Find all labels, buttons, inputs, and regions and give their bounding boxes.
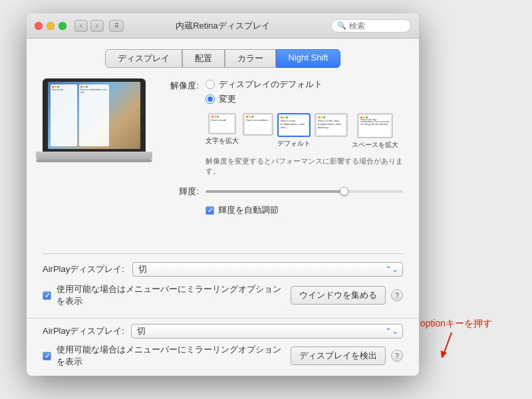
mirror-checkbox-1[interactable]: ✓ xyxy=(43,291,51,300)
slider-container xyxy=(205,190,403,193)
nav-buttons: ‹ › xyxy=(74,20,104,32)
mirror-label-1: 使用可能な場合はメニューバーにミラーリングオプションを表示 xyxy=(57,283,285,307)
res-thumb-2[interactable]: Here's to troublem... xyxy=(243,113,273,150)
t4-dots xyxy=(318,116,344,118)
back-button[interactable]: ‹ xyxy=(74,20,88,32)
airplay-select-2[interactable]: 切 ⌃⌄ xyxy=(131,324,403,338)
select-arrow-1: ⌃⌄ xyxy=(385,265,398,274)
search-input[interactable] xyxy=(349,21,409,31)
radio-group: ディスプレイのデフォルト 変更 xyxy=(205,78,323,105)
titlebar: ‹ › ⠿ 内蔵Retinaディスプレイ 🔍 xyxy=(27,13,419,39)
resolution-thumbs: Here's troubl 文字を拡大 xyxy=(205,113,403,150)
t2-dot-r xyxy=(246,116,248,118)
sw-text-2: Here's to troublemakers. ones who... xyxy=(80,88,108,94)
t3-dot-r xyxy=(281,116,283,118)
t4-dot-r xyxy=(318,116,320,118)
thumb-box-1[interactable]: Here's troubl xyxy=(208,113,236,134)
airplay-select-1[interactable]: 切 ⌃⌄ xyxy=(132,262,403,277)
airplay-row-2: AirPlayディスプレイ: 切 ⌃⌄ xyxy=(27,318,419,341)
t1-dots xyxy=(211,116,233,118)
settings-panel: 解像度: ディスプレイのデフォルト 変更 xyxy=(162,78,403,253)
resolution-label: 解像度: xyxy=(162,80,199,92)
mirror-row-1: ✓ 使用可能な場合はメニューバーにミラーリングオプションを表示 ウインドウを集め… xyxy=(43,283,403,307)
t5-text: Here's to the ones troublemakers. The nu… xyxy=(360,119,390,127)
help-button-1[interactable]: ? xyxy=(391,289,403,301)
forward-button[interactable]: › xyxy=(90,20,104,32)
thumb-inner-4: Here's to the ones. troublemakers rules.… xyxy=(317,116,345,135)
sw-dot-y-2 xyxy=(83,86,85,88)
res-thumb-5[interactable]: Here's to the ones troublemakers. The nu… xyxy=(352,113,398,150)
arrow-container xyxy=(420,332,492,359)
tab-display[interactable]: ディスプレイ xyxy=(105,49,182,68)
radio-default-input[interactable] xyxy=(205,80,215,89)
sw-dot-r-2 xyxy=(80,86,82,88)
window-title: 内蔵Retinaディスプレイ xyxy=(176,20,270,32)
radio-change-input[interactable] xyxy=(205,94,215,104)
res-thumb-3[interactable]: Here's to the troublemakers. ones who...… xyxy=(277,113,311,150)
res-thumb-1[interactable]: Here's troubl 文字を拡大 xyxy=(205,113,239,150)
grid-icon: ⠿ xyxy=(114,23,119,29)
display-section: Here's troubl... Here's to troublemakers… xyxy=(43,78,403,253)
thumb-box-2[interactable]: Here's to troublem... xyxy=(243,113,273,136)
search-icon: 🔍 xyxy=(337,21,346,30)
res-thumb-4[interactable]: Here's to the ones. troublemakers rules.… xyxy=(315,113,348,150)
tab-bar: ディスプレイ 配置 カラー Night Shift xyxy=(43,49,403,68)
t4-dot-g xyxy=(323,116,325,118)
auto-brightness-label: 輝度を自動調節 xyxy=(218,204,279,216)
screen-windows: Here's troubl... Here's to troublemakers… xyxy=(51,84,138,146)
resolution-row: 解像度: ディスプレイのデフォルト 変更 xyxy=(162,78,403,105)
radio-default[interactable]: ディスプレイのデフォルト xyxy=(205,78,323,90)
t3-dot-g xyxy=(286,116,288,118)
radio-change-label: 変更 xyxy=(219,93,236,105)
brightness-slider[interactable] xyxy=(205,190,403,193)
resolution-note: 解像度を変更するとパフォーマンスに影響する場合があります。 xyxy=(205,156,403,176)
thumb-label-5: スペースを拡大 xyxy=(352,140,398,150)
thumb-box-3[interactable]: Here's to the troublemakers. ones who... xyxy=(277,113,311,137)
thumb-label-3: デフォルト xyxy=(277,139,311,148)
t2-dot-g xyxy=(251,116,253,118)
thumb-inner-5: Here's to the ones troublemakers. The nu… xyxy=(360,116,390,136)
auto-brightness-row: ✓ 輝度を自動調節 xyxy=(205,204,403,216)
macbook-base xyxy=(36,152,152,160)
close-button[interactable] xyxy=(35,22,43,30)
gather-windows-button[interactable]: ウインドウを集める xyxy=(291,286,386,305)
t4-dot-y xyxy=(321,116,323,118)
grid-button[interactable]: ⠿ xyxy=(109,20,124,32)
airplay-label-1: AirPlayディスプレイ: xyxy=(43,263,124,275)
thumb-inner-2: Here's to troublem... xyxy=(245,115,271,134)
t1-dot-r xyxy=(211,116,213,118)
t3-text: Here's to the troublemakers. ones who... xyxy=(281,119,307,130)
detect-displays-button[interactable]: ディスプレイを検出 xyxy=(291,346,386,365)
mirror-check-2: ✓ xyxy=(45,352,50,360)
tab-arrangement[interactable]: 配置 xyxy=(182,49,225,68)
bottom-section: AirPlayディスプレイ: 切 ⌃⌄ ✓ 使用可能な場合はメニューバーにミラー… xyxy=(43,253,403,307)
select-arrow-2: ⌃⌄ xyxy=(385,327,398,336)
thumb-inner-3: Here's to the troublemakers. ones who... xyxy=(280,116,308,135)
search-bar[interactable]: 🔍 xyxy=(331,19,411,33)
maximize-button[interactable] xyxy=(59,22,66,30)
sw-text-1: Here's troubl... xyxy=(52,88,76,91)
radio-change[interactable]: 変更 xyxy=(205,93,323,105)
sw-dot-g xyxy=(57,86,59,88)
sw-dots-2 xyxy=(80,86,108,88)
brightness-row: 輝度: xyxy=(162,186,403,198)
sw-dot-g-2 xyxy=(86,86,88,88)
mirror-checkbox-2[interactable]: ✓ xyxy=(43,352,51,360)
t3-dots xyxy=(281,116,307,118)
screen-win-2: Here's to troublemakers. ones who... xyxy=(79,84,109,146)
macbook-screen: Here's troubl... Here's to troublemakers… xyxy=(48,82,140,149)
macbook-foot xyxy=(36,160,152,162)
airplay-value-1: 切 xyxy=(138,263,147,275)
t1-dot-g xyxy=(217,116,219,118)
thumb-box-5[interactable]: Here's to the ones troublemakers. The nu… xyxy=(357,113,393,138)
thumb-box-4[interactable]: Here's to the ones. troublemakers rules.… xyxy=(315,113,348,137)
arrow-line xyxy=(442,332,452,358)
thumb-inner-1: Here's troubl xyxy=(211,115,234,132)
auto-brightness-checkbox[interactable]: ✓ xyxy=(205,206,214,215)
minimize-button[interactable] xyxy=(47,22,55,30)
radio-default-label: ディスプレイのデフォルト xyxy=(219,78,323,90)
help-button-2[interactable]: ? xyxy=(391,350,403,362)
screen-win-1: Here's troubl... xyxy=(51,84,77,146)
tab-color[interactable]: カラー xyxy=(225,49,276,68)
tab-nightshift[interactable]: Night Shift xyxy=(276,49,341,68)
